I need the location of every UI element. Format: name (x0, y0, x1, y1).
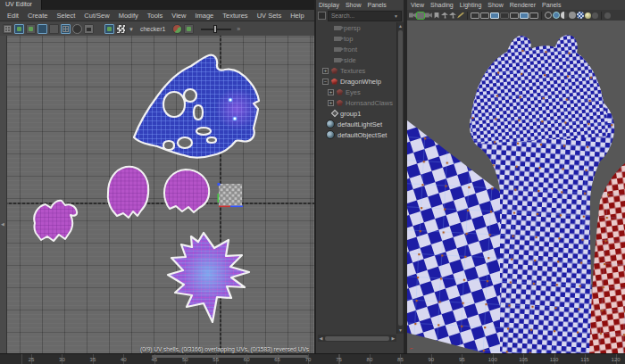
bookmark-icon[interactable] (433, 12, 440, 19)
outliner-item-persp[interactable]: persp (316, 22, 397, 33)
outliner-menu-panels[interactable]: Panels (367, 2, 386, 8)
snap-grid-icon[interactable] (38, 24, 47, 34)
vp-menu-shading[interactable]: Shading (430, 2, 454, 8)
uv-menu-uvsets[interactable]: UV Sets (257, 12, 282, 20)
camera-attributes-icon[interactable] (425, 12, 432, 19)
uv-canvas[interactable]: ◀ (0/9) UV shells, (0/3166) overlapping … (0, 36, 314, 353)
timeline-tick-35[interactable]: 35 (90, 357, 96, 362)
outliner-item-defaultlightset[interactable]: defaultLightSet (316, 119, 397, 129)
vp-menu-renderer[interactable]: Renderer (510, 2, 536, 8)
uv-shell-fan-2[interactable] (164, 170, 209, 212)
2d-pan-zoom-icon[interactable] (449, 12, 456, 19)
outliner-item-eyes[interactable]: + Eyes (316, 87, 397, 97)
timeline-tick-85[interactable]: 85 (397, 357, 404, 362)
xray-icon[interactable] (510, 12, 519, 19)
timeline-tick-55[interactable]: 55 (212, 357, 219, 362)
uv-editor-title[interactable]: UV Editor (0, 0, 42, 10)
uv-menu-view[interactable]: View (171, 12, 186, 20)
slider-handle[interactable] (213, 25, 217, 33)
vp-menu-panels[interactable]: Panels (542, 2, 561, 8)
outliner-hscrollbar[interactable]: ◀ ▶ (318, 335, 396, 342)
outliner-item-side[interactable]: side (316, 54, 397, 65)
select-camera-icon[interactable] (409, 12, 416, 19)
hscroll-thumb[interactable] (325, 336, 389, 341)
search-dropdown-icon[interactable]: ▼ (394, 13, 398, 19)
model-left-wing[interactable] (407, 120, 500, 353)
half-sphere-icon[interactable] (561, 12, 568, 19)
outliner-item-top[interactable]: top (316, 33, 397, 44)
timeline-tick-65[interactable]: 65 (274, 357, 280, 362)
timeline-tick-75[interactable]: 75 (336, 357, 342, 362)
tile-layout-icon[interactable] (61, 24, 71, 34)
smooth-sphere-icon[interactable] (553, 12, 560, 19)
smooth-shade-icon[interactable] (480, 12, 489, 19)
collapse-arrow-icon[interactable]: ◀ (1, 221, 4, 227)
checker-map-icon[interactable] (116, 24, 126, 34)
uv-menu-help[interactable]: Help (290, 12, 304, 20)
uv-shell-wing[interactable] (168, 233, 249, 322)
time-slider[interactable]: 2530354045505560657075808590951001051101… (0, 353, 625, 364)
baked-texture-icon[interactable] (184, 24, 194, 34)
smudge-uv-icon[interactable] (26, 24, 36, 34)
uv-menu-create[interactable]: Create (28, 12, 48, 20)
snap-pixels-icon[interactable] (49, 24, 59, 34)
outliner-item-group1[interactable]: group1 (316, 108, 397, 119)
expand-icon[interactable]: + (328, 100, 334, 106)
grease-pencil-icon[interactable] (457, 12, 464, 19)
segmented-sphere-icon[interactable] (569, 12, 576, 19)
uv-menu-cutsew[interactable]: Cut/Sew (84, 12, 109, 20)
timeline-tick-50[interactable]: 50 (182, 357, 188, 362)
uv-shell-fan-1[interactable] (108, 167, 148, 218)
outliner-item-dragonwhelp[interactable]: − DragonWhelp (316, 76, 397, 87)
timeline-tick-70[interactable]: 70 (305, 357, 312, 362)
isolate-select-icon[interactable] (529, 12, 538, 19)
shade-uvs-icon[interactable] (72, 24, 82, 34)
texture-name-label[interactable]: checker1 (140, 26, 165, 32)
timeline-tick-30[interactable]: 30 (59, 357, 65, 362)
image-dim-slider[interactable] (201, 25, 231, 33)
timeline-tick-105[interactable]: 105 (519, 357, 528, 362)
uv-menu-textures[interactable]: Textures (222, 12, 247, 20)
image-plane-icon[interactable] (441, 12, 448, 19)
timeline-tick-95[interactable]: 95 (459, 357, 465, 362)
uv-menu-image[interactable]: Image (195, 12, 213, 20)
filter-icon[interactable] (318, 12, 326, 20)
uv-snapshot-icon[interactable] (84, 24, 94, 34)
range-slider-bar[interactable] (152, 355, 308, 358)
timeline-tick-25[interactable]: 25 (29, 357, 35, 362)
outliner-menu-display[interactable]: Display (319, 2, 339, 8)
scroll-right-icon[interactable]: ▶ (390, 335, 396, 341)
timeline-tick-60[interactable]: 60 (244, 357, 250, 362)
expand-icon[interactable]: + (322, 68, 329, 74)
use-default-material-icon[interactable] (500, 12, 509, 19)
outliner-item-hornsandclaws[interactable]: + HornsandClaws (316, 97, 397, 108)
timeline-tick-45[interactable]: 45 (151, 357, 157, 362)
checker-sphere-icon[interactable] (577, 12, 584, 19)
uv-point-eye-1[interactable] (229, 98, 232, 102)
camera-lock-icon[interactable] (417, 12, 424, 19)
uv-menu-modify[interactable]: Modify (119, 12, 138, 20)
scroll-down-icon[interactable]: ▼ (397, 327, 404, 334)
uv-shell-claw[interactable] (34, 201, 77, 241)
outliner-item-front[interactable]: front (316, 44, 397, 54)
outliner-item-defaultobjectset[interactable]: defaultObjectSet (316, 129, 397, 140)
display-image-icon[interactable] (104, 24, 114, 34)
scroll-up-icon[interactable]: ▲ (397, 22, 404, 29)
toolbar-overflow-icon[interactable]: » (237, 26, 240, 32)
vp-menu-show[interactable]: Show (488, 2, 504, 8)
uv-panel-collapse-strip[interactable]: ◀ (0, 36, 7, 353)
vp-menu-lighting[interactable]: Lighting (460, 2, 482, 8)
uv-menu-select[interactable]: Select (56, 12, 75, 20)
wireframe-sphere-icon[interactable] (545, 12, 552, 19)
shadows-icon[interactable] (592, 12, 598, 19)
timeline-tick-120[interactable]: 120 (612, 357, 621, 362)
uv-lattice-icon[interactable] (3, 24, 12, 34)
timeline-tick-80[interactable]: 80 (367, 357, 373, 362)
vp-menu-view[interactable]: View (411, 2, 424, 8)
timeline-tick-40[interactable]: 40 (121, 357, 127, 362)
model-head[interactable] (471, 35, 608, 144)
scroll-left-icon[interactable]: ◀ (318, 335, 324, 341)
lighting-icon[interactable] (585, 12, 591, 19)
expand-icon[interactable]: + (328, 89, 334, 95)
wireframe-icon[interactable] (471, 12, 479, 19)
